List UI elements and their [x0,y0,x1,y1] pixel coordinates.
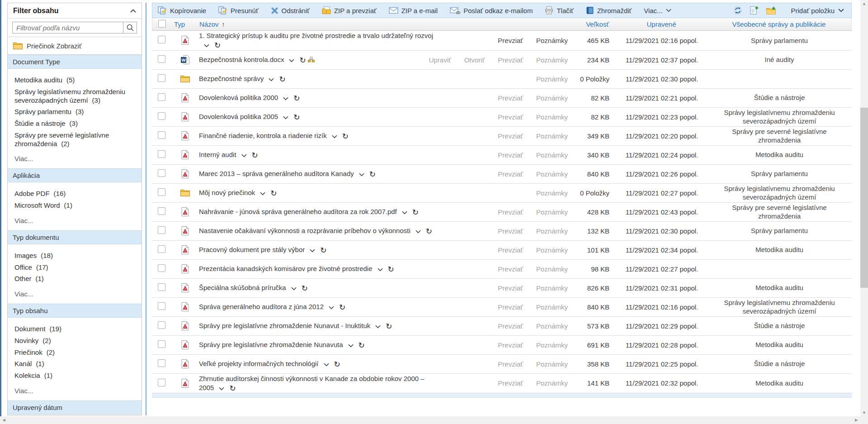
row-action-link[interactable]: Poznámky [536,284,568,292]
file-name-link[interactable]: Finančné riadenie, kontrola a riadenie r… [199,132,327,139]
sync-button[interactable] [733,6,742,15]
file-name-link[interactable]: Správy pre legislatívne zhromaždenie Nun… [199,322,370,329]
row-action-link[interactable]: Prevziať [498,37,523,44]
row-action-link[interactable]: Poznámky [536,151,568,159]
refresh-icon[interactable]: ↻ [334,361,340,368]
chevron-down-icon[interactable] [324,363,329,367]
row-checkbox[interactable] [158,169,165,177]
select-all-checkbox[interactable] [158,20,166,28]
chevron-down-icon[interactable] [204,44,209,48]
file-name-link[interactable]: Pracovný dokument pre stály výbor [199,246,305,253]
refresh-icon[interactable]: ↻ [412,209,419,216]
row-checkbox[interactable] [158,264,165,272]
row-action-link[interactable]: Prevziať [498,246,523,254]
sidebar-filter-item[interactable]: Office(17) [14,263,138,272]
toolbar-button-Poslať odkaz e-mailom[interactable]: Poslať odkaz e-mailom [450,7,533,14]
file-name-link[interactable]: Dovolenková politika 2000 [199,94,278,101]
file-name-link[interactable]: Prezentácia kanadských komisárov pre živ… [199,265,373,272]
row-checkbox[interactable] [158,340,165,348]
row-checkbox[interactable] [158,150,165,158]
file-name-link[interactable]: Nahrávanie - júnová správa generálneho a… [199,208,397,215]
more-link[interactable]: Viac... [14,387,138,395]
row-action-link[interactable]: Poznámky [536,113,568,121]
row-action-link[interactable]: Prevziať [498,94,523,102]
row-checkbox[interactable] [158,93,165,101]
sidebar-filter-item[interactable]: Microsoft Word(1) [14,201,138,210]
chevron-down-icon[interactable] [291,287,297,291]
scroll-right-arrow-icon[interactable]: ▶ [853,416,860,424]
row-action-link[interactable]: Prevziať [498,322,523,330]
filter-search-input[interactable] [12,22,123,33]
file-name-link[interactable]: Správa generálneho audítora z júna 2012 [199,303,324,310]
row-action-link[interactable]: Prevziať [498,284,523,292]
new-folder-button[interactable] [766,6,776,15]
refresh-icon[interactable]: ↻ [426,228,432,235]
chevron-down-icon[interactable] [402,211,407,214]
sidebar-filter-item[interactable]: Kolekcia(1) [14,372,138,380]
sidebar-filter-item[interactable]: Správy parlamentu(3) [14,108,138,116]
row-checkbox[interactable] [158,131,165,139]
chevron-down-icon[interactable] [241,154,247,157]
chevron-down-icon[interactable] [260,192,265,195]
row-checkbox[interactable] [158,112,165,120]
row-checkbox[interactable] [158,188,165,196]
row-checkbox[interactable] [158,283,165,291]
refresh-icon[interactable]: ↻ [214,42,221,49]
sidebar-filter-item[interactable]: Images(18) [14,252,138,260]
row-action-link[interactable]: Poznámky [536,265,568,273]
sidebar-filter-item[interactable]: Kanál(1) [14,360,138,368]
scroll-up-arrow-icon[interactable]: ▲ [860,0,868,7]
refresh-icon[interactable]: ↻ [252,152,258,159]
file-name-link[interactable]: Bezpečnostná kontrola.docx [199,56,284,63]
row-action-link[interactable]: Poznámky [536,341,568,349]
file-name-link[interactable]: Marec 2013 – správa generálneho audítora… [199,170,354,177]
sidebar-filter-item[interactable]: Správy pre severné legislatívne zhromažd… [14,131,138,148]
toolbar-button-Odstrániť[interactable]: Odstrániť [271,7,310,14]
chevron-down-icon[interactable] [269,78,274,81]
add-item-button[interactable]: Pridať položku [791,7,844,14]
file-name-link[interactable]: 1. Strategický prístup k auditu pre živo… [199,32,433,39]
refresh-icon[interactable]: ↻ [386,323,392,330]
toolbar-button-Kopírovanie[interactable]: Kopírovanie [158,6,206,15]
row-action-link[interactable]: Poznámky [536,227,568,235]
sidebar-filter-item[interactable]: Novinky(2) [14,337,138,345]
file-name-link[interactable]: Interný audit [199,151,236,158]
row-action-link[interactable]: Poznámky [536,56,568,64]
file-name-link[interactable]: Bezpečnostné správy [199,75,264,82]
row-action-link[interactable]: Poznámky [536,360,568,368]
sidebar-filter-item[interactable]: Priečinok(2) [14,348,138,357]
row-checkbox[interactable] [158,207,165,215]
row-action-link[interactable]: Prevziať [498,151,523,159]
refresh-icon[interactable]: ↻ [339,304,345,311]
column-header-category[interactable]: Všeobecné správy a publikácie [732,20,826,28]
chevron-down-icon[interactable] [329,306,334,310]
refresh-icon[interactable]: ↻ [293,114,300,121]
row-action-link[interactable]: Prevziať [498,113,523,121]
refresh-icon[interactable]: ↻ [229,385,236,392]
row-checkbox[interactable] [158,302,165,310]
refresh-icon[interactable]: ↻ [388,266,394,273]
sidebar-filter-item[interactable]: Štúdie a nástroje(3) [14,119,138,128]
refresh-icon[interactable]: ↻ [299,57,306,64]
row-action-link[interactable]: Prevziať [498,56,523,64]
row-action-link[interactable]: Prevziať [498,208,523,216]
column-header-size[interactable]: Veľkosť [586,20,616,28]
vertical-scrollbar-thumb[interactable] [860,108,868,288]
chevron-down-icon[interactable] [219,387,224,391]
row-action-link[interactable]: Prevziať [498,265,523,273]
file-name-link[interactable]: Môj nový priečinok [199,189,255,196]
chevron-down-icon[interactable] [283,97,288,100]
row-action-link[interactable]: Poznámky [536,37,568,44]
sidebar-filter-item[interactable]: Other(1) [14,275,138,283]
toolbar-button-Tlačiť[interactable]: Tlačiť [545,6,573,14]
chevron-down-icon[interactable] [377,268,383,272]
horizontal-scrollbar[interactable]: ◀ ▶ [0,416,860,424]
row-checkbox[interactable] [158,36,165,43]
chevron-down-icon[interactable] [289,59,294,62]
more-link[interactable]: Viac... [14,155,138,162]
refresh-icon[interactable]: ↻ [359,342,365,349]
row-checkbox[interactable] [158,359,165,367]
chevron-down-icon[interactable] [415,230,421,233]
vertical-scrollbar[interactable]: ▲ ▼ [860,0,868,416]
column-header-name[interactable]: Názov ↑ [199,20,444,28]
